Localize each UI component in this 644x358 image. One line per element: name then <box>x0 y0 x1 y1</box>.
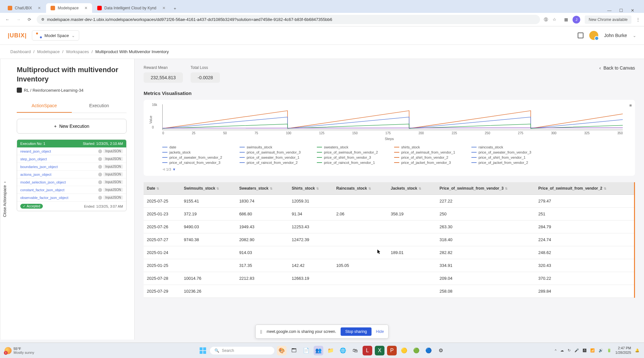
table-row[interactable]: 2025-01-25317.35142.42105.05334.91320.43 <box>144 259 635 272</box>
info-icon[interactable] <box>98 157 102 161</box>
tray-cloud-icon[interactable]: ☁ <box>560 348 564 353</box>
legend-item[interactable]: price_of_shirt_from_vendor_1 <box>471 155 536 159</box>
table-row[interactable]: 2025-07-2810014.762212.8312663.19209.043… <box>144 272 635 285</box>
url-input[interactable]: ⚙ modelspace.master-dev-1.ubix.io/models… <box>37 15 540 24</box>
user-menu-chevron-icon[interactable]: ⌄ <box>633 33 636 38</box>
translate-icon[interactable]: ⓖ <box>544 17 548 23</box>
task-teams[interactable]: 👥 <box>314 346 323 355</box>
task-app-3[interactable]: 📄 <box>301 346 311 355</box>
tray-sync-icon[interactable]: ↻ <box>568 348 571 353</box>
sort-icon[interactable]: ⇅ <box>419 187 421 190</box>
table-row[interactable]: 2025-07-259155.411830.7412059.31227.2227… <box>144 195 635 208</box>
new-tab-button[interactable]: + <box>171 4 180 13</box>
table-header[interactable]: Date⇅ <box>144 182 181 195</box>
info-icon[interactable] <box>98 180 102 184</box>
sort-icon[interactable]: ⇅ <box>216 187 219 190</box>
info-icon[interactable] <box>98 196 102 200</box>
legend-item[interactable]: price_of_jacket_from_vendor_2 <box>471 161 536 165</box>
breadcrumb-item[interactable]: Workspaces <box>66 49 89 54</box>
table-header[interactable]: Price_of_swimsuit_from_vendor_2⇅ <box>535 182 635 195</box>
tray-notifications-icon[interactable]: 🔔 <box>635 348 639 353</box>
table-row[interactable]: 2025-01-23372.19686.8091.342.06358.19250… <box>144 208 635 221</box>
tray-chevron-icon[interactable]: ^ <box>555 349 556 353</box>
start-button[interactable] <box>198 346 207 355</box>
legend-item[interactable]: shirts_stock <box>394 145 459 149</box>
tab-execution[interactable]: Execution <box>72 99 127 113</box>
sort-icon[interactable]: ⇅ <box>368 187 371 190</box>
legend-item[interactable]: price_of_raincot_from_vendor_3 <box>162 161 227 165</box>
task-excel[interactable]: X <box>375 346 384 355</box>
sort-icon[interactable]: ⇅ <box>505 187 507 190</box>
legend-pager[interactable]: ◀ 1/3 ▼ <box>162 167 629 171</box>
table-header[interactable]: Swimsuits_stock⇅ <box>181 182 236 195</box>
task-app-last[interactable]: ⚙ <box>436 346 446 355</box>
back-to-canvas-link[interactable]: ‹ Back to Canvas <box>599 65 635 71</box>
tray-volume-icon[interactable]: 🔊 <box>599 348 603 353</box>
table-row[interactable]: 2025-01-24914.03189.01282.82248.62 <box>144 246 635 259</box>
task-chrome-3[interactable]: 🔵 <box>424 346 433 355</box>
legend-item[interactable]: price_of_jacket_from_vendor_3 <box>394 161 459 165</box>
tray-lang-icon[interactable]: 🅰 <box>583 349 586 353</box>
tab-close-icon[interactable]: ✕ <box>38 6 41 10</box>
user-avatar[interactable] <box>589 31 598 40</box>
window-minimize-icon[interactable]: — <box>607 8 611 13</box>
sort-icon[interactable]: ⇅ <box>604 187 606 190</box>
execution-item[interactable]: step_json_objectInputJSON <box>17 155 126 163</box>
info-icon[interactable] <box>98 149 102 153</box>
task-edge[interactable]: 🌐 <box>338 346 348 355</box>
sort-icon[interactable]: ⇅ <box>270 187 272 190</box>
hide-share-link[interactable]: Hide <box>376 329 384 334</box>
extensions-icon[interactable]: ▦ <box>564 17 568 22</box>
legend-item[interactable]: price_of_shirt_from_vendor_2 <box>394 155 459 159</box>
tab-close-icon[interactable]: ✕ <box>162 6 166 10</box>
breadcrumb-item[interactable]: Modelspace <box>37 49 60 54</box>
window-close-icon[interactable]: ✕ <box>631 8 634 13</box>
tray-mic-icon[interactable]: 🎤 <box>574 348 579 353</box>
tab-close-icon[interactable]: ✕ <box>84 6 88 10</box>
execution-card[interactable]: Execution No: 1 Started: 1/23/25, 2:10 A… <box>17 139 127 211</box>
nav-back-icon[interactable]: ← <box>4 16 11 23</box>
taskbar-search[interactable]: 🔍 Search <box>210 347 274 354</box>
task-chrome-1[interactable]: 🟡 <box>399 346 409 355</box>
nav-forward-icon[interactable]: → <box>15 16 22 23</box>
browser-tab[interactable]: Data Intelligent Cloud by Kynd✕ <box>93 3 170 13</box>
fullscreen-icon[interactable] <box>578 33 583 38</box>
execution-item[interactable]: model_selection_json_objectInputJSON <box>17 178 126 186</box>
menu-icon[interactable]: ⋮ <box>636 17 640 22</box>
tray-battery-icon[interactable]: 🔋 <box>607 348 611 353</box>
table-row[interactable]: 2025-07-2910236.26258.08289.84 <box>144 285 635 298</box>
browser-tab[interactable]: Modelspace✕ <box>46 3 92 13</box>
site-settings-icon[interactable]: ⚙ <box>41 17 44 22</box>
execution-item[interactable]: actions_json_objectInputJSON <box>17 171 126 178</box>
legend-item[interactable]: swimsuits_stock <box>240 145 304 149</box>
task-chrome-2[interactable]: 🟢 <box>412 346 421 355</box>
profile-avatar[interactable]: J <box>573 16 580 24</box>
window-maximize-icon[interactable]: ☐ <box>619 8 623 13</box>
task-app-2[interactable]: 🗔 <box>289 346 299 355</box>
chart-menu-icon[interactable]: ≡ <box>629 103 632 108</box>
table-header[interactable]: Shirts_stock⇅ <box>289 182 333 195</box>
table-header[interactable]: Raincoats_stock⇅ <box>333 182 387 195</box>
task-app-red[interactable]: L <box>363 346 372 355</box>
table-header[interactable]: Sweaters_stock⇅ <box>236 182 289 195</box>
legend-item[interactable]: price_of_sweater_from_vendor_2 <box>162 155 227 159</box>
table-header[interactable]: Price_of_swimsuit_from_vendor_3⇅ <box>436 182 535 195</box>
ubix-logo[interactable]: |UBIX| <box>8 32 27 39</box>
execution-item[interactable]: boundaries_json_objectInputJSON <box>17 163 126 171</box>
pause-icon[interactable]: || <box>260 329 262 334</box>
legend-item[interactable]: date <box>162 145 227 149</box>
info-icon[interactable] <box>98 188 102 192</box>
task-store[interactable]: 🛍 <box>350 346 360 355</box>
chart-area[interactable] <box>162 104 623 130</box>
info-icon[interactable] <box>98 165 102 169</box>
bookmark-icon[interactable]: ☆ <box>553 17 556 22</box>
legend-item[interactable]: price_of_raincot_from_vendor_1 <box>317 161 381 165</box>
sort-icon[interactable]: ⇅ <box>316 187 319 190</box>
tray-clock[interactable]: 2:47 PM 1/28/2025 <box>615 346 631 354</box>
info-icon[interactable] <box>98 173 102 176</box>
breadcrumb-item[interactable]: Dashboard <box>10 49 31 54</box>
legend-item[interactable]: price_of_swimsuit_from_vendor_2 <box>317 150 381 154</box>
browser-tab[interactable]: ChatUBIX✕ <box>3 3 45 13</box>
execution-item[interactable]: constant_factor_json_objectInputJSON <box>17 186 126 194</box>
task-explorer[interactable]: 📁 <box>326 346 336 355</box>
